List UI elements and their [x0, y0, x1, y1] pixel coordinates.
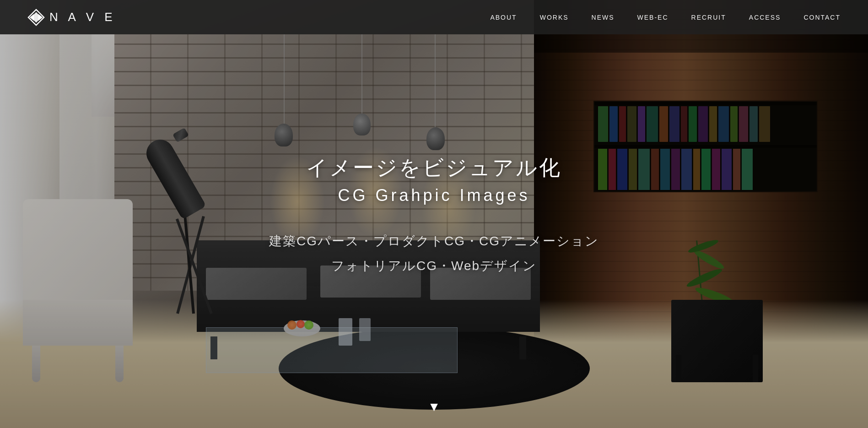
scroll-chevron[interactable]: ▼ [428, 400, 441, 414]
hero-description-1: 建築CGパース・プロダクトCG・CGアニメーション [228, 233, 640, 250]
hero-section: N A V E ABOUT WORKS NEWS WEB-EC RECRUIT … [0, 0, 868, 428]
site-header: N A V E ABOUT WORKS NEWS WEB-EC RECRUIT … [0, 0, 868, 34]
nav-recruit[interactable]: RECRUIT [691, 14, 726, 21]
nav-works[interactable]: WORKS [540, 14, 569, 21]
hero-tagline-jp: イメージをビジュアル化 [228, 154, 640, 182]
main-nav: ABOUT WORKS NEWS WEB-EC RECRUIT ACCESS C… [490, 14, 841, 21]
hero-tagline-en: CG Grahpic Images [228, 186, 640, 205]
logo-icon [27, 9, 45, 26]
nav-contact[interactable]: CONTACT [803, 14, 841, 21]
hero-description-2: フォトリアルCG・Webデザイン [228, 257, 640, 275]
logo-area[interactable]: N A V E [27, 9, 116, 26]
nav-access[interactable]: ACCESS [749, 14, 781, 21]
logo-text: N A V E [49, 10, 116, 24]
nav-web-ec[interactable]: WEB-EC [637, 14, 669, 21]
nav-about[interactable]: ABOUT [490, 14, 517, 21]
hero-content: イメージをビジュアル化 CG Grahpic Images 建築CGパース・プロ… [228, 154, 640, 275]
nav-news[interactable]: NEWS [592, 14, 615, 21]
